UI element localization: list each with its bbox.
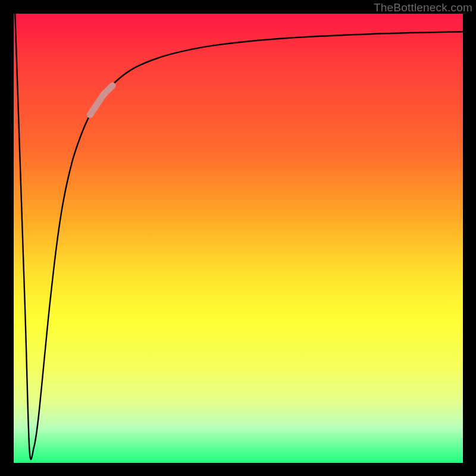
attribution-text: TheBottleneck.com [374, 1, 472, 14]
bottleneck-curve [15, 14, 463, 459]
curve-layer [14, 14, 463, 463]
bottleneck-curve-highlight [90, 86, 112, 115]
plot-area [14, 14, 463, 463]
chart-frame: TheBottleneck.com [0, 0, 476, 476]
